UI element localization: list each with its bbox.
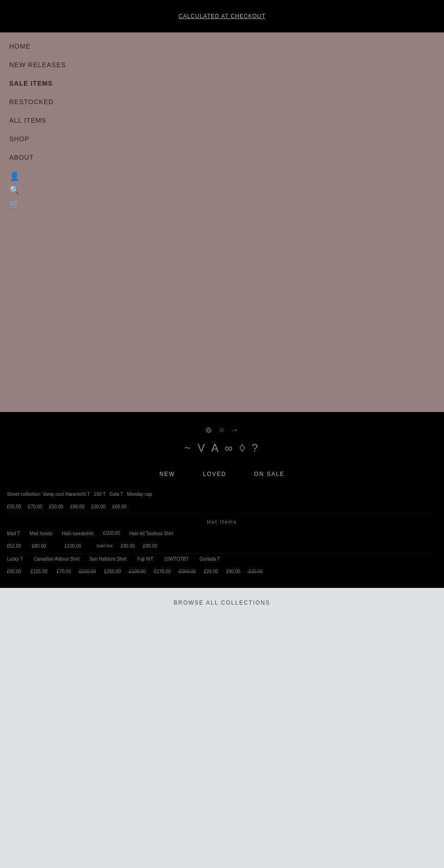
hot-items-row-prices: £52.00 £80.00 £100.00 Sold Out £90.00 £8…: [0, 541, 444, 553]
hot-prod-2-name: Mad hoody: [27, 531, 52, 537]
hot-items-row-names: Mad T Mad hoody Halo sweatshirt £100.00 …: [0, 528, 444, 541]
browse-all-button[interactable]: BROWSE ALL COLLECTIONS: [0, 588, 444, 618]
nav-all-items[interactable]: ALL ITEMS: [0, 111, 444, 130]
bot-price-6a: £90.00: [225, 569, 240, 574]
bot-price-6b: £25.00: [247, 569, 263, 574]
shipping-label: CALCULATED AT CHECKOUT: [179, 13, 265, 19]
nav-overlay: HOME NEW RELEASES SALE ITEMS RESTOCKED A…: [0, 32, 444, 412]
tab-new[interactable]: NEW: [155, 468, 180, 480]
logo-text: ~ V A ∞ ◊ ?: [184, 442, 259, 454]
bot-prod-2-name: Canadian Aldous Shirt: [30, 556, 80, 562]
social-icons-row: ⚙ ○ →: [0, 421, 444, 437]
bot-prod-5-name: 10WTOTBT: [160, 556, 189, 562]
nav-home[interactable]: HOME: [0, 37, 444, 56]
bot-price-5c: £24.00: [203, 569, 218, 574]
bot-price-4a: £250.00: [103, 569, 121, 574]
main-section: ⚙ ○ → ~ V A ∞ ◊ ? NEW LOVED ON SALE Stre…: [0, 412, 444, 588]
bot-price-2a: £105.00: [28, 569, 48, 574]
price-1: £50.00: [7, 504, 21, 509]
hot-price-4b: £80.00: [142, 543, 157, 549]
bot-price-5a: £270.00: [153, 569, 171, 574]
hot-prod-3-name: Halo sweatshirt: [59, 531, 93, 537]
nav-about[interactable]: ABOUT: [0, 148, 444, 167]
tab-on-sale[interactable]: ON SALE: [249, 468, 289, 480]
settings-icon[interactable]: ⚙: [205, 426, 212, 435]
bot-price-5b: £250.00: [178, 569, 196, 574]
hot-prod-3-price: £100.00: [100, 531, 120, 536]
bot-price-3b: £100.00: [78, 569, 96, 574]
bot-prod-4-name: Fuji NIT: [133, 556, 153, 562]
circle-icon[interactable]: ○: [219, 426, 224, 435]
price-2: £70.00: [28, 504, 43, 509]
hot-price-2: £80.00: [28, 543, 46, 549]
bot-price-3a: £70.00: [54, 569, 71, 574]
bottom-row-prices: £50.00 £105.00 £70.00 £100.00 £250.00 £1…: [0, 567, 444, 579]
price-4b: £30.00: [91, 504, 105, 509]
product-row-1-prices: £50.00 £70.00 £50.00 £90.00 £30.00 £60.0…: [0, 502, 444, 514]
price-5: £60.00: [112, 504, 127, 509]
hot-price-3: £100.00: [53, 543, 81, 549]
hot-prod-4-name: Halo kit Tastless Shirt: [127, 531, 173, 537]
tab-loved[interactable]: LOVED: [198, 468, 231, 480]
account-icon[interactable]: 👤: [9, 171, 435, 181]
divider-2: [9, 553, 435, 554]
main-nav: HOME NEW RELEASES SALE ITEMS RESTOCKED A…: [0, 37, 444, 167]
sold-out-1: Sold Out: [88, 543, 113, 548]
nav-sale-items[interactable]: SALE ITEMS: [0, 74, 444, 93]
filter-tabs: NEW LOVED ON SALE: [0, 464, 444, 489]
divider-1: [9, 514, 435, 514]
search-icon[interactable]: 🔍: [9, 185, 435, 195]
hot-price-4a: £90.00: [119, 543, 135, 549]
bot-prod-6-name: Guriada T: [196, 556, 220, 562]
bot-prod-3-name: Sun Halldors Shirt: [86, 556, 126, 562]
logo: ~ V A ∞ ◊ ?: [0, 437, 444, 464]
bottom-section: [0, 618, 444, 868]
product-row-1-desc: Street collection: Vamp cool Haramichi T…: [7, 491, 152, 497]
bot-price-4b: £100.00: [128, 569, 146, 574]
bottom-row-names: Lucky T Canadian Aldous Shirt Sun Halldo…: [0, 554, 444, 567]
cart-icon[interactable]: 🛒: [9, 199, 435, 209]
hot-price-1: £52.00: [7, 543, 21, 549]
arrow-icon[interactable]: →: [231, 426, 239, 435]
hot-prod-1-name: Mad T: [7, 531, 20, 537]
nav-shop[interactable]: SHOP: [0, 130, 444, 148]
bot-prod-1-name: Lucky T: [7, 556, 23, 562]
product-row-1: Street collection: Vamp cool Haramichi T…: [0, 489, 444, 502]
nav-icons-group: 👤 🔍 🛒: [0, 167, 444, 214]
price-4: £90.00: [70, 504, 85, 509]
price-3: £50.00: [49, 504, 63, 509]
hot-items-title: Hot Items: [0, 514, 444, 528]
nav-restocked[interactable]: RESTOCKED: [0, 93, 444, 111]
nav-new-releases[interactable]: NEW RELEASES: [0, 56, 444, 74]
top-bar: CALCULATED AT CHECKOUT: [0, 0, 444, 32]
bot-price-1: £50.00: [7, 569, 21, 574]
